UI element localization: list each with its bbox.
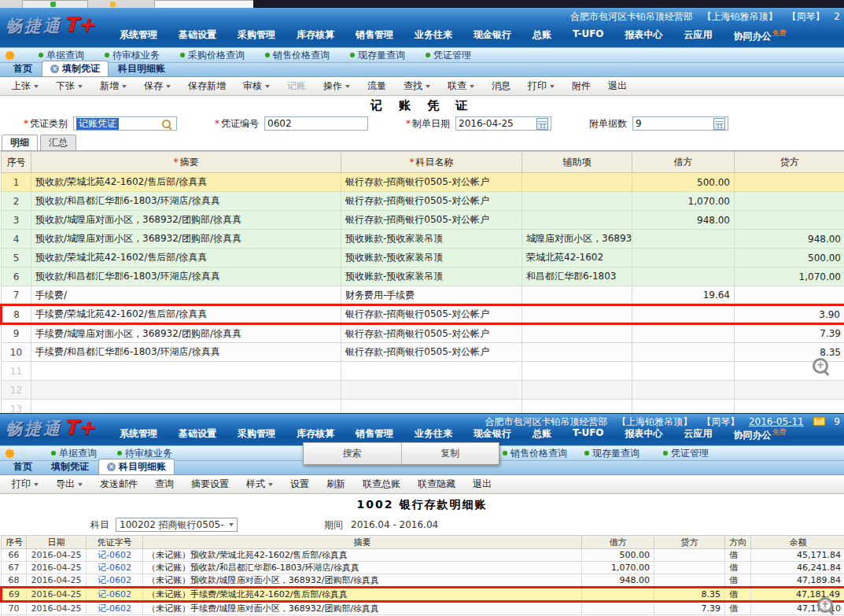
gear-icon[interactable] <box>5 448 15 459</box>
quicklink-单据查询[interactable]: 单据查询 <box>39 49 84 62</box>
tab-首页[interactable]: 首页 <box>4 61 42 76</box>
toolbar-button-摘要设置[interactable]: 摘要设置 <box>182 478 238 491</box>
menu-item-业务往来[interactable]: 业务往来 <box>415 427 452 442</box>
copy-button[interactable]: 复制 <box>402 443 499 464</box>
voucher-no-input[interactable]: 0602 <box>264 116 368 131</box>
toolbar-button-保存新增[interactable]: 保存新增 <box>179 79 234 93</box>
quicklink-待审核业务[interactable]: 待审核业务 <box>105 49 160 62</box>
toolbar-button-刷新[interactable]: 刷新 <box>318 478 354 491</box>
voucher-row-10[interactable]: 10手续费/和昌都汇华郡6-1803/环湖店/徐真真银行存款-招商银行0505-… <box>2 343 844 362</box>
voucher-date-input[interactable]: 2016-04-25 <box>455 116 551 131</box>
quicklink-销售价格查询[interactable]: 销售价格查询 <box>503 447 567 460</box>
toolbar-button-上张[interactable]: 上张 <box>3 79 47 93</box>
tab-科目明细账[interactable]: 科目明细账 <box>109 61 175 76</box>
menu-item-采购管理[interactable]: 采购管理 <box>238 427 275 442</box>
voucher-link[interactable]: 记-0602 <box>98 603 131 614</box>
gear-icon[interactable] <box>5 50 15 61</box>
subject-select[interactable]: 100202 招商银行0505- <box>116 518 238 532</box>
quicklink-现存量查询[interactable]: 现存量查询 <box>350 49 405 62</box>
toolbar-button-附件[interactable]: 附件 <box>563 79 599 93</box>
tab-填制凭证[interactable]: ×填制凭证 <box>42 61 109 76</box>
voucher-row-1[interactable]: 1预收款/荣城北苑42-1602/售后部/徐真真银行存款-招商银行0505-对公… <box>2 173 844 192</box>
toolbar-button-查找[interactable]: 查找 <box>395 79 439 93</box>
toolbar-button-退出[interactable]: 退出 <box>599 79 636 93</box>
voucher-link[interactable]: 记-0602 <box>98 563 131 573</box>
toolbar-button-退出[interactable]: 退出 <box>464 478 500 491</box>
menu-item-基础设置[interactable]: 基础设置 <box>179 28 216 43</box>
menu-item-系统管理[interactable]: 系统管理 <box>120 28 157 43</box>
voucher-row-5[interactable]: 5预收款/荣城北苑42-1602/售后部/徐真真预收账款-预收家装吊顶荣城北苑4… <box>2 249 844 267</box>
tab-首页[interactable]: 首页 <box>4 459 42 474</box>
toolbar-button-联查隐藏[interactable]: 联查隐藏 <box>409 478 464 491</box>
quicklink-现存量查询[interactable]: 现存量查询 <box>584 447 639 460</box>
toolbar-button-查询[interactable]: 查询 <box>146 478 182 491</box>
toolbar-button-联查[interactable]: 联查 <box>439 79 483 93</box>
voucher-row-3[interactable]: 3预收款/城隍庙对面小区，368932/团购部/徐真真银行存款-招商银行0505… <box>2 211 844 230</box>
tab-close-icon[interactable]: × <box>50 65 59 73</box>
toolbar-button-打印[interactable]: 打印 <box>519 79 563 93</box>
toolbar-button-消息[interactable]: 消息 <box>483 79 519 93</box>
quicklink-凭证管理[interactable]: 凭证管理 <box>426 49 471 62</box>
toolbar-button-审核[interactable]: 审核 <box>234 79 278 93</box>
voucher-row-8[interactable]: 8手续费/荣城北苑42-1602/售后部/徐真真银行存款-招商银行0505-对公… <box>2 305 844 324</box>
menu-item-协同办公[interactable]: 协同办公免费 <box>734 427 787 442</box>
voucher-type-input[interactable]: 记账凭证 <box>73 116 177 131</box>
ledger-row-66[interactable]: 662016-04-25记-0602（未记账）预收款/荣城北苑42-1602/售… <box>2 549 844 562</box>
toolbar-button-操作[interactable]: 操作 <box>315 79 359 93</box>
menu-item-报表中心[interactable]: 报表中心 <box>625 427 663 442</box>
menu-item-基础设置[interactable]: 基础设置 <box>179 427 216 442</box>
tab-科目明细账[interactable]: ×科目明细账 <box>98 459 175 474</box>
menu-item-销售管理[interactable]: 销售管理 <box>356 427 393 442</box>
calendar-icon[interactable] <box>536 118 548 130</box>
menu-item-云应用[interactable]: 云应用 <box>684 28 713 43</box>
toolbar-button-下张[interactable]: 下张 <box>47 79 91 93</box>
tab-填制凭证[interactable]: 填制凭证 <box>42 459 98 474</box>
toolbar-button-流量[interactable]: 流量 <box>359 79 395 93</box>
menu-item-T-UFO[interactable]: T-UFO <box>573 427 604 442</box>
menu-item-协同办公[interactable]: 协同办公免费 <box>734 28 787 43</box>
voucher-link[interactable]: 记-0602 <box>98 575 131 585</box>
quicklink-凭证管理[interactable]: 凭证管理 <box>663 447 709 460</box>
menu-item-库存核算[interactable]: 库存核算 <box>297 28 334 43</box>
zoom-in-icon[interactable]: + <box>813 358 828 374</box>
menu-item-销售管理[interactable]: 销售管理 <box>356 28 393 43</box>
quicklink-待审核业务[interactable]: 待审核业务 <box>117 447 172 460</box>
subtab-汇总[interactable]: 汇总 <box>40 135 76 150</box>
ledger-row-67[interactable]: 672016-04-25记-0602（未记账）预收款/和昌都汇华郡6-1803/… <box>2 562 844 574</box>
login-date-link[interactable]: 2016-05-11 <box>749 416 804 427</box>
voucher-row-6[interactable]: 6预收款/和昌都汇华郡6-1803/环湖店/徐真真预收账款-预收家装吊顶和昌都汇… <box>2 267 844 286</box>
voucher-row-4[interactable]: 4预收款/城隍庙对面小区，368932/团购部/徐真真预收账款-预收家装吊顶城隍… <box>2 230 844 249</box>
toolbar-button-导出[interactable]: 导出 <box>47 478 91 491</box>
search-button[interactable]: 搜索 <box>304 443 402 464</box>
toolbar-button-样式[interactable]: 样式 <box>238 478 282 491</box>
attachment-count-input[interactable]: 9 <box>632 116 728 131</box>
voucher-row-2[interactable]: 2预收款/和昌都汇华郡6-1803/环湖店/徐真真银行存款-招商银行0505-对… <box>2 192 844 211</box>
quicklink-销售价格查询[interactable]: 销售价格查询 <box>265 49 330 62</box>
toolbar-button-联查总账[interactable]: 联查总账 <box>354 478 409 491</box>
menu-item-采购管理[interactable]: 采购管理 <box>238 28 275 43</box>
toolbar-button-新增[interactable]: 新增 <box>91 79 135 93</box>
menu-item-总账[interactable]: 总账 <box>533 427 551 442</box>
subtab-明细[interactable]: 明细 <box>2 135 38 150</box>
quicklink-采购价格查询[interactable]: 采购价格查询 <box>180 49 245 62</box>
quicklink-单据查询[interactable]: 单据查询 <box>51 447 97 460</box>
ledger-row-69[interactable]: 692016-04-25记-0602（未记账）手续费/荣城北苑42-1602/售… <box>2 588 844 602</box>
voucher-row-9[interactable]: 9手续费/城隍庙对面小区，368932/团购部/徐真真银行存款-招商银行0505… <box>2 324 844 343</box>
toolbar-button-发送邮件[interactable]: 发送邮件 <box>91 478 146 491</box>
menu-item-现金银行[interactable]: 现金银行 <box>474 28 511 43</box>
voucher-row-7[interactable]: 7手续费/财务费用-手续费19.64 <box>2 286 844 305</box>
voucher-link[interactable]: 记-0602 <box>98 550 131 560</box>
menu-item-现金银行[interactable]: 现金银行 <box>474 427 511 442</box>
menu-item-云应用[interactable]: 云应用 <box>684 427 713 442</box>
counter-icon[interactable] <box>713 118 725 130</box>
search-icon[interactable] <box>162 120 171 128</box>
menu-item-T-UFO[interactable]: T-UFO <box>573 28 604 43</box>
menu-item-业务往来[interactable]: 业务往来 <box>415 28 452 43</box>
menu-item-库存核算[interactable]: 库存核算 <box>297 427 334 442</box>
zoom-in-icon[interactable]: + <box>817 597 833 613</box>
toolbar-button-打印[interactable]: 打印 <box>3 478 47 491</box>
ledger-row-68[interactable]: 682016-04-25记-0602（未记账）预收款/城隍庙对面小区，36893… <box>2 574 844 588</box>
voucher-link[interactable]: 记-0602 <box>98 589 131 599</box>
menu-item-总账[interactable]: 总账 <box>533 28 551 43</box>
mail-icon[interactable] <box>813 417 825 426</box>
